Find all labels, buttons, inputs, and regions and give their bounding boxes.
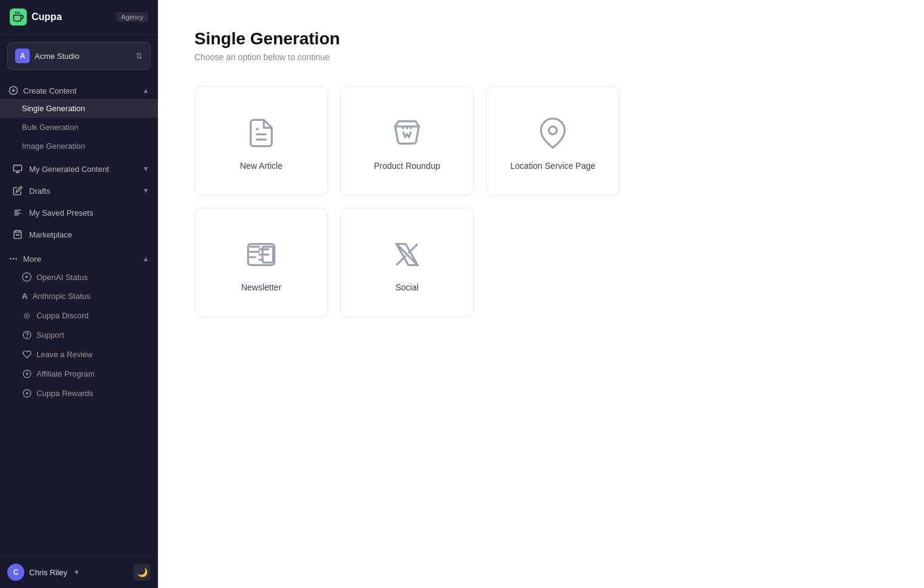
create-content-section: Create Content ▲ Single Generation Bulk … bbox=[0, 77, 158, 158]
my-saved-presets-icon bbox=[12, 207, 23, 218]
more-header[interactable]: More ▲ bbox=[0, 248, 158, 267]
svg-point-9 bbox=[10, 258, 11, 259]
user-chevron-icon: ▼ bbox=[74, 569, 80, 576]
more-chevron-icon: ▲ bbox=[142, 255, 149, 263]
svg-point-10 bbox=[13, 258, 13, 259]
dark-mode-button[interactable]: 🌙 bbox=[134, 564, 151, 581]
product-roundup-icon bbox=[391, 117, 423, 149]
sidebar-item-cuppa-discord[interactable]: ◎ Cuppa Discord bbox=[0, 306, 158, 325]
leave-review-icon bbox=[22, 349, 32, 359]
marketplace-label: Marketplace bbox=[29, 230, 72, 239]
openai-status-icon: ✦ bbox=[22, 272, 32, 282]
my-generated-content-icon bbox=[12, 163, 23, 174]
sidebar-item-marketplace[interactable]: Marketplace bbox=[0, 224, 158, 245]
sidebar-item-bulk-generation[interactable]: Bulk Generation bbox=[0, 118, 158, 137]
sidebar-item-leave-review[interactable]: Leave a Review bbox=[0, 344, 158, 364]
app-logo-icon bbox=[10, 9, 27, 26]
sidebar: Cuppa Agency A Acme Studio ⇅ Create Cont… bbox=[0, 0, 158, 588]
newsletter-label: Newsletter bbox=[241, 282, 281, 292]
sidebar-footer: C Chris Riley ▼ 🌙 bbox=[0, 556, 158, 588]
workspace-chevron-icon: ⇅ bbox=[135, 51, 143, 61]
new-article-icon bbox=[245, 117, 277, 149]
drafts-icon bbox=[12, 185, 23, 196]
social-label: Social bbox=[395, 282, 419, 292]
support-icon bbox=[22, 330, 32, 340]
more-label: More bbox=[23, 255, 41, 264]
social-icon bbox=[391, 239, 423, 270]
my-saved-presets-label: My Saved Presets bbox=[29, 208, 94, 217]
user-name: Chris Riley bbox=[29, 568, 67, 577]
workspace-name: Acme Studio bbox=[35, 52, 80, 61]
card-grid-row1: New Article Product Roundup bbox=[194, 86, 888, 196]
cuppa-rewards-icon bbox=[22, 388, 32, 398]
product-roundup-label: Product Roundup bbox=[374, 161, 440, 171]
agency-badge: Agency bbox=[116, 12, 148, 22]
workspace-selector[interactable]: A Acme Studio ⇅ bbox=[7, 42, 151, 70]
marketplace-icon bbox=[12, 229, 23, 240]
more-section: More ▲ ✦ OpenAI Status A Anthropic Statu… bbox=[0, 245, 158, 405]
sidebar-item-single-generation[interactable]: Single Generation bbox=[0, 99, 158, 118]
drafts-label: Drafts bbox=[29, 186, 50, 196]
card-product-roundup[interactable]: Product Roundup bbox=[340, 86, 474, 196]
create-content-header[interactable]: Create Content ▲ bbox=[0, 80, 158, 99]
newsletter-icon bbox=[245, 239, 277, 270]
sidebar-item-anthropic-status[interactable]: A Anthropic Status bbox=[0, 287, 158, 306]
card-social[interactable]: Social bbox=[340, 208, 474, 317]
sidebar-item-drafts[interactable]: Drafts ▼ bbox=[0, 180, 158, 202]
svg-rect-3 bbox=[13, 165, 21, 171]
card-location-service-page[interactable]: Location Service Page bbox=[486, 86, 620, 196]
sidebar-item-openai-status[interactable]: ✦ OpenAI Status bbox=[0, 267, 158, 287]
svg-point-11 bbox=[16, 258, 16, 259]
create-content-icon bbox=[9, 86, 18, 95]
sidebar-item-my-generated-content[interactable]: My Generated Content ▼ bbox=[0, 158, 158, 180]
my-generated-content-label: My Generated Content bbox=[29, 165, 109, 174]
my-generated-content-chevron-icon: ▼ bbox=[142, 165, 149, 173]
sidebar-item-support[interactable]: Support bbox=[0, 325, 158, 344]
page-title: Single Generation bbox=[194, 29, 888, 49]
sidebar-item-affiliate-program[interactable]: Affiliate Program bbox=[0, 364, 158, 383]
create-content-label: Create Content bbox=[23, 86, 77, 95]
location-service-page-label: Location Service Page bbox=[510, 161, 595, 171]
drafts-chevron-icon: ▼ bbox=[142, 186, 149, 195]
sidebar-header: Cuppa Agency bbox=[0, 0, 158, 35]
main-content: Single Generation Choose an option below… bbox=[158, 0, 924, 588]
sidebar-item-cuppa-rewards[interactable]: Cuppa Rewards bbox=[0, 383, 158, 403]
more-icon bbox=[9, 254, 18, 264]
svg-point-23 bbox=[549, 126, 557, 134]
user-info[interactable]: C Chris Riley ▼ bbox=[7, 564, 80, 581]
anthropic-status-icon: A bbox=[22, 292, 27, 301]
card-newsletter[interactable]: Newsletter bbox=[194, 208, 328, 317]
sidebar-item-image-generation[interactable]: Image Generation bbox=[0, 137, 158, 156]
user-avatar: C bbox=[7, 564, 24, 581]
create-content-chevron-icon: ▲ bbox=[142, 86, 149, 95]
card-new-article[interactable]: New Article bbox=[194, 86, 328, 196]
workspace-avatar: A bbox=[15, 49, 30, 63]
card-grid-row2: Newsletter Social bbox=[194, 208, 888, 317]
app-name: Cuppa bbox=[32, 12, 62, 22]
location-service-page-icon bbox=[537, 117, 569, 149]
logo-area: Cuppa bbox=[10, 9, 62, 26]
page-subtitle: Choose an option below to continue bbox=[194, 52, 888, 62]
new-article-label: New Article bbox=[240, 161, 282, 171]
cuppa-discord-icon: ◎ bbox=[22, 310, 32, 320]
affiliate-program-icon bbox=[22, 369, 32, 378]
sidebar-item-my-saved-presets[interactable]: My Saved Presets bbox=[0, 202, 158, 224]
